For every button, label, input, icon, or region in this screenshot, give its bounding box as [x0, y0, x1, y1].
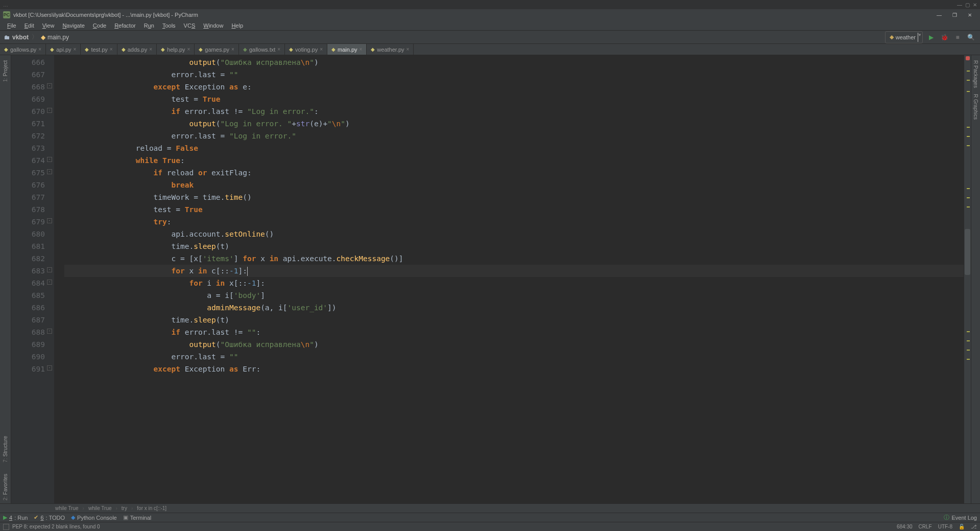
- app-icon: PC: [3, 11, 10, 18]
- error-stripe-indicator[interactable]: [966, 56, 970, 60]
- titlebar[interactable]: PC vkbot [C:\Users\ilyak\Documents\prg\v…: [0, 9, 980, 20]
- close-icon[interactable]: ×: [74, 47, 77, 52]
- close-icon[interactable]: ×: [320, 47, 323, 52]
- search-everywhere-button[interactable]: 🔍: [966, 32, 976, 42]
- tool-terminal[interactable]: ▣Terminal: [123, 514, 152, 521]
- code-breadcrumb-item[interactable]: while True: [84, 505, 116, 511]
- menu-run[interactable]: Run: [140, 21, 158, 30]
- gutter[interactable]: 666667668-669670-671672673674-675-676677…: [11, 55, 54, 503]
- fold-toggle[interactable]: -: [47, 365, 52, 371]
- code-breadcrumb-item[interactable]: try: [117, 505, 131, 511]
- run-configuration-selector[interactable]: ◆ weather ▼: [885, 31, 923, 43]
- close-icon[interactable]: ×: [149, 47, 152, 52]
- tool-tab-project[interactable]: 1: Project: [2, 57, 9, 85]
- warning-stripe[interactable]: [967, 136, 970, 137]
- tool-python-console[interactable]: ◆Python Console: [71, 514, 117, 521]
- code-breadcrumb-item[interactable]: for x in c[::-1]: [133, 505, 171, 511]
- git-branch-icon[interactable]: ⎇: [971, 524, 977, 529]
- close-icon[interactable]: ×: [38, 47, 41, 52]
- fold-toggle[interactable]: -: [47, 83, 52, 88]
- close-icon[interactable]: ×: [110, 47, 113, 52]
- warning-stripe[interactable]: [967, 350, 970, 351]
- close-icon[interactable]: ×: [277, 47, 280, 52]
- warning-stripe[interactable]: [967, 197, 970, 198]
- editor[interactable]: 666667668-669670-671672673674-675-676677…: [11, 55, 971, 503]
- warning-stripe[interactable]: [967, 331, 970, 332]
- menu-vcs[interactable]: VCS: [180, 21, 200, 30]
- file-encoding[interactable]: UTF-8: [938, 524, 952, 529]
- left-tool-strip: 1: Project 7: Structure 2: Favorites: [0, 55, 11, 503]
- os-chrome-top: … —▢✕: [0, 0, 980, 9]
- tool-tab-favorites[interactable]: 2: Favorites: [2, 471, 9, 503]
- editor-tab[interactable]: ◆voting.py×: [285, 44, 327, 55]
- fold-toggle[interactable]: -: [47, 329, 52, 334]
- menu-help[interactable]: Help: [227, 21, 247, 30]
- warning-stripe[interactable]: [967, 80, 970, 81]
- tool-event-log[interactable]: ⓘEvent Log: [944, 514, 977, 521]
- minimize-button[interactable]: —: [932, 10, 946, 19]
- warning-stripe[interactable]: [967, 145, 970, 146]
- fold-toggle[interactable]: -: [47, 108, 52, 113]
- editor-tab[interactable]: ◆gallows.txt×: [239, 44, 285, 55]
- editor-tab[interactable]: ◆adds.py×: [117, 44, 157, 55]
- cursor-position[interactable]: 684:30: [897, 524, 913, 529]
- right-tool-strip: R Packages R Graphics: [971, 55, 980, 503]
- text-file-icon: ◆: [243, 47, 247, 52]
- menu-view[interactable]: View: [38, 21, 59, 30]
- close-button[interactable]: ✕: [963, 10, 977, 19]
- tool-tab-structure[interactable]: 7: Structure: [2, 433, 9, 466]
- fold-toggle[interactable]: -: [47, 218, 52, 223]
- menu-navigate[interactable]: Navigate: [58, 21, 88, 30]
- editor-tab[interactable]: ◆games.py×: [195, 44, 239, 55]
- maximize-button[interactable]: ❐: [947, 10, 962, 19]
- menu-code[interactable]: Code: [89, 21, 110, 30]
- menu-edit[interactable]: Edit: [20, 21, 38, 30]
- menu-file[interactable]: File: [3, 21, 20, 30]
- nav-current-file[interactable]: main.py: [47, 34, 69, 41]
- close-icon[interactable]: ×: [407, 47, 410, 52]
- menu-window[interactable]: Window: [199, 21, 227, 30]
- warning-stripe[interactable]: [967, 91, 970, 92]
- editor-tab[interactable]: ◆weather.py×: [367, 44, 414, 55]
- breadcrumb-separator: 〉: [32, 33, 38, 41]
- lock-icon[interactable]: 🔓: [959, 524, 965, 529]
- editor-tab[interactable]: ◆main.py×: [327, 44, 367, 55]
- warning-stripe[interactable]: [967, 71, 970, 72]
- editor-tab[interactable]: ◆help.py×: [157, 44, 195, 55]
- chevron-down-icon: ▼: [918, 33, 918, 42]
- tool-run[interactable]: ▶44: Run: Run: [3, 514, 28, 521]
- tool-tab-r-graphics[interactable]: R Graphics: [972, 91, 979, 123]
- editor-tab[interactable]: ◆gallows.py×: [0, 44, 46, 55]
- menu-refactor[interactable]: Refactor: [110, 21, 140, 30]
- fold-toggle[interactable]: -: [47, 169, 52, 174]
- fold-toggle[interactable]: -: [47, 280, 52, 285]
- warning-stripe[interactable]: [967, 127, 970, 128]
- python-file-icon: ◆: [85, 47, 89, 52]
- scrollbar-thumb[interactable]: [965, 229, 970, 275]
- code-breadcrumb-item[interactable]: while True: [51, 505, 83, 511]
- editor-tab[interactable]: ◆test.py×: [81, 44, 117, 55]
- line-separator[interactable]: CRLF: [919, 524, 932, 529]
- editor-tab[interactable]: ◆api.py×: [46, 44, 81, 55]
- close-icon[interactable]: ×: [187, 47, 190, 52]
- fold-toggle[interactable]: -: [47, 157, 52, 162]
- close-icon[interactable]: ×: [231, 47, 234, 52]
- menu-tools[interactable]: Tools: [158, 21, 180, 30]
- debug-button[interactable]: 🐞: [939, 32, 949, 42]
- warning-stripe[interactable]: [967, 359, 970, 360]
- python-file-icon: ◆: [4, 47, 8, 52]
- tab-label: gallows.py: [10, 47, 36, 53]
- close-icon[interactable]: ×: [360, 47, 363, 52]
- run-button[interactable]: ▶: [926, 32, 936, 42]
- warning-stripe[interactable]: [967, 340, 970, 341]
- code-area[interactable]: output("Ошибка исправлена\n") error.last…: [54, 55, 964, 503]
- tool-tab-r-packages[interactable]: R Packages: [972, 57, 979, 91]
- run-config-icon: ◆: [890, 34, 894, 40]
- python-file-icon: ◆: [50, 47, 54, 52]
- nav-project-name[interactable]: vkbot: [12, 34, 29, 41]
- scrollbar-markers[interactable]: [964, 55, 971, 503]
- warning-stripe[interactable]: [967, 206, 970, 207]
- tool-window-toggle-icon[interactable]: [3, 524, 9, 530]
- tool-todo[interactable]: ✔6: TODO: [34, 514, 65, 521]
- warning-stripe[interactable]: [967, 188, 970, 189]
